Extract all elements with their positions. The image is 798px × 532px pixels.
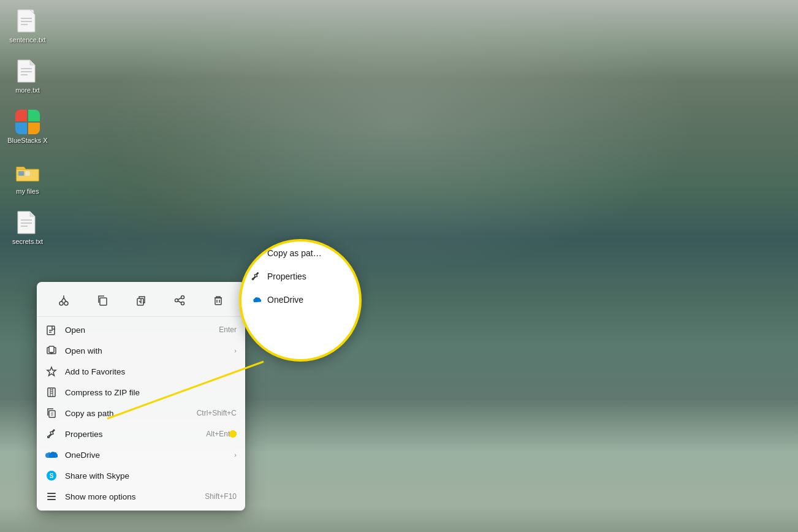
svg-point-14 <box>64 302 68 305</box>
context-menu-open-with[interactable]: Open with › <box>37 340 245 361</box>
share-button[interactable] <box>170 291 189 310</box>
desktop-icon-secrets-label: secrets.txt <box>12 238 43 246</box>
desktop-icon-more-label: more.txt <box>15 86 40 94</box>
svg-point-20 <box>181 296 184 299</box>
svg-line-15 <box>61 298 64 302</box>
compress-zip-label: Compress to ZIP file <box>65 388 237 397</box>
skype-icon: S <box>45 469 58 482</box>
desktop-icon-bluestacks[interactable]: BlueStacks X <box>6 110 49 145</box>
svg-line-16 <box>64 298 66 302</box>
svg-point-43 <box>48 436 50 438</box>
context-menu-compress-zip[interactable]: Compress to ZIP file <box>37 382 245 403</box>
copy-button[interactable] <box>93 291 112 310</box>
context-menu-open[interactable]: Open Enter <box>37 319 245 340</box>
paste-shortcut-button[interactable] <box>131 291 151 310</box>
context-menu-add-favorites[interactable]: Add to Favorites <box>37 361 245 382</box>
open-with-label: Open with <box>65 346 227 355</box>
file-icon-sentence <box>15 9 40 34</box>
add-favorites-label: Add to Favorites <box>65 367 237 376</box>
open-with-arrow: › <box>234 347 237 354</box>
bluestacks-icon <box>15 110 40 134</box>
file-icon-secrets <box>15 211 40 235</box>
add-favorites-icon <box>45 365 58 378</box>
zoom-onedrive-icon <box>250 294 261 305</box>
share-skype-label: Share with Skype <box>65 471 237 481</box>
zoom-circle: Copy as pat… Properties OneDrive <box>239 239 362 362</box>
svg-rect-46 <box>47 493 56 494</box>
svg-rect-8 <box>18 171 25 176</box>
copy-path-shortcut: Ctrl+Shift+C <box>197 409 237 417</box>
folder-icon-my-files <box>15 161 40 185</box>
context-menu-show-more[interactable]: Show more options Shift+F10 <box>37 486 245 507</box>
zoom-properties-icon <box>250 271 261 282</box>
properties-highlight-dot <box>229 430 237 438</box>
svg-point-21 <box>175 299 178 302</box>
show-more-shortcut: Shift+F10 <box>205 492 237 501</box>
open-with-icon <box>45 344 58 357</box>
zoom-item-properties: Properties <box>241 265 359 288</box>
properties-label: Properties <box>65 430 199 439</box>
desktop-icon-myfiles-label: my files <box>16 188 39 196</box>
svg-rect-18 <box>100 298 107 305</box>
open-shortcut: Enter <box>219 325 237 334</box>
show-more-label: Show more options <box>65 492 197 501</box>
svg-rect-47 <box>47 496 56 497</box>
show-more-icon <box>45 490 58 503</box>
open-label: Open <box>65 325 211 335</box>
context-menu: Open Enter Open with › Add to Favorites <box>37 282 245 511</box>
svg-rect-40 <box>49 411 55 417</box>
delete-button[interactable] <box>208 291 228 310</box>
open-icon <box>45 324 58 336</box>
onedrive-arrow: › <box>234 451 237 458</box>
copy-path-icon <box>45 407 58 419</box>
svg-line-23 <box>178 298 181 300</box>
context-menu-toolbar <box>37 286 245 317</box>
properties-icon <box>45 428 58 440</box>
context-menu-copy-path[interactable]: Copy as path Ctrl+Shift+C <box>37 403 245 424</box>
zoom-copy-path-label: Copy as pat… <box>267 248 322 258</box>
context-menu-onedrive[interactable]: OneDrive › <box>37 444 245 465</box>
svg-rect-33 <box>49 346 54 352</box>
desktop-icons-area: sentence.txt more.txt BlueStacks X <box>0 0 55 255</box>
compress-zip-icon <box>45 386 58 398</box>
context-menu-properties[interactable]: Properties Alt+Enter <box>37 424 245 444</box>
svg-point-22 <box>181 302 184 305</box>
svg-point-13 <box>59 302 63 305</box>
svg-rect-25 <box>215 298 221 305</box>
svg-rect-34 <box>48 388 55 397</box>
desktop-icon-bluestacks-label: BlueStacks X <box>7 137 47 145</box>
svg-text:S: S <box>50 473 54 479</box>
file-icon-more <box>15 59 40 84</box>
desktop-icon-more-txt[interactable]: more.txt <box>6 59 49 94</box>
zoom-properties-label: Properties <box>267 272 306 281</box>
desktop-icon-secrets-txt[interactable]: secrets.txt <box>6 211 49 246</box>
zoom-item-onedrive: OneDrive <box>241 288 359 311</box>
zoom-onedrive-label: OneDrive <box>267 295 303 305</box>
copy-path-label: Copy as path <box>65 409 189 418</box>
svg-point-51 <box>252 278 254 280</box>
svg-rect-9 <box>25 171 30 176</box>
context-menu-share-skype[interactable]: S Share with Skype <box>37 465 245 486</box>
desktop-icon-my-files[interactable]: my files <box>6 161 49 196</box>
onedrive-label: OneDrive <box>65 450 227 460</box>
desktop-icon-sentence-label: sentence.txt <box>9 36 45 44</box>
cut-button[interactable] <box>54 291 74 310</box>
onedrive-icon <box>45 449 58 461</box>
desktop-icon-sentence-txt[interactable]: sentence.txt <box>6 9 49 44</box>
svg-rect-48 <box>47 499 56 500</box>
svg-line-24 <box>178 301 181 303</box>
